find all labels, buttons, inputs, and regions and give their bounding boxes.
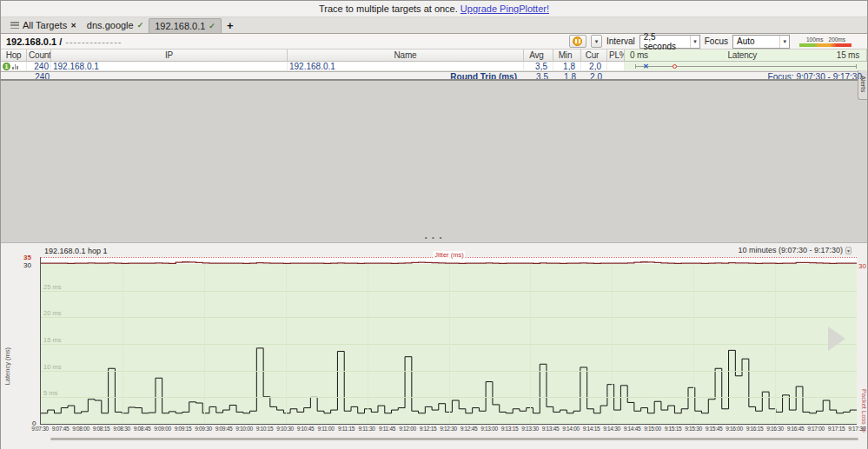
tab-bar: All Targets ✕ dns.google ✓ 192.168.0.1 ✓… — [1, 17, 867, 34]
check-icon: ✓ — [209, 22, 215, 30]
check-icon: ✓ — [137, 21, 144, 30]
hop-cell: 1 — [1, 62, 27, 70]
x-tick-label: 9:08:45 — [132, 426, 153, 432]
round-trip-summary-row: 240 Round Trip (ms) 3,5 1,8 2,0 Focus: 9… — [1, 71, 867, 81]
trace-table: Hop Count IP Name Avg Min Cur PL% 0 ms L… — [1, 50, 867, 81]
ip-cell: 192.168.0.1 — [51, 62, 288, 70]
pause-button[interactable] — [569, 35, 586, 48]
jitter-axis-max: 35 — [23, 254, 31, 261]
x-tick-label: 9:17:00 — [805, 426, 826, 432]
scale-label-100ms: 100ms — [806, 36, 824, 43]
focus-label: Focus — [705, 36, 728, 46]
x-tick-label: 9:09:15 — [173, 426, 194, 432]
upgrade-link[interactable]: Upgrade PingPlotter! — [461, 3, 549, 14]
x-tick-label: 9:14:45 — [622, 426, 643, 432]
x-tick-label: 9:10:00 — [234, 426, 255, 432]
x-tick-label: 9:15:15 — [663, 426, 684, 432]
table-row-hop1[interactable]: 1 240 192.168.0.1 192.168.0.1 3,5 1,8 2,… — [1, 62, 867, 71]
target-summary-band: 192.168.0.1 / -------------- ▾ Interval … — [1, 34, 867, 50]
tab-dns-google[interactable]: dns.google ✓ — [82, 18, 149, 33]
chevron-down-icon: ▾ — [845, 247, 851, 254]
x-tick-label: 9:13:15 — [500, 426, 520, 432]
header-name[interactable]: Name — [288, 50, 524, 61]
scale-label-200ms: 200ms — [829, 36, 846, 43]
x-tick-label: 9:13:30 — [520, 426, 540, 432]
add-tab-button[interactable]: + — [227, 19, 234, 32]
target-dashes: -------------- — [65, 36, 122, 47]
tab-all-targets-label: All Targets — [23, 20, 67, 30]
tab-192-168-0-1[interactable]: 192.168.0.1 ✓ — [149, 18, 222, 33]
x-tick-label: 9:11:45 — [377, 426, 398, 432]
x-tick-label: 9:12:00 — [397, 426, 418, 432]
mini-bars-icon — [12, 63, 18, 69]
x-tick-label: 9:15:45 — [704, 426, 725, 432]
minute-gridline — [449, 264, 450, 424]
header-count[interactable]: Count — [27, 50, 51, 61]
grid-label: 5 ms — [43, 389, 57, 397]
latency-axis-label: Latency (ms) — [3, 347, 11, 385]
timeline-pane: 192.168.0.1 hop 1 10 minutes (9:07:30 - … — [1, 242, 867, 449]
x-tick-label: 9:11:00 — [315, 426, 336, 432]
current-latency-marker-icon: ✕ — [643, 62, 649, 70]
pane-splitter-handle[interactable]: • • • — [1, 235, 867, 242]
x-tick-label: 9:16:00 — [724, 426, 745, 432]
grid-label: 10 ms — [43, 363, 61, 371]
focus-value: Auto — [737, 36, 755, 46]
x-tick-label: 9:14:00 — [560, 426, 581, 432]
latency-axis-max: 30 — [23, 261, 31, 269]
summary-avg-cell: 3,5 — [524, 72, 553, 79]
header-pl[interactable]: PL% — [607, 50, 625, 61]
upgrade-banner: Trace to multiple targets at once. Upgra… — [1, 1, 867, 17]
tab-all-targets[interactable]: All Targets ✕ — [5, 18, 82, 33]
focus-select[interactable]: Auto ▾ — [732, 35, 790, 49]
minute-gridline — [775, 264, 776, 424]
interval-label: Interval — [606, 36, 635, 46]
x-tick-label: 9:16:30 — [765, 426, 785, 432]
jitter-band: Jitter (ms) — [40, 257, 857, 264]
latency-max-scale: 15 ms — [837, 50, 865, 61]
grid-label: 20 ms — [43, 309, 61, 317]
x-tick-label: 9:13:45 — [540, 426, 561, 432]
pause-icon — [573, 36, 582, 46]
x-tick-label: 9:15:30 — [683, 426, 704, 432]
latency-range-cell: ✕ — [625, 62, 867, 70]
hop-number-badge: 1 — [3, 63, 10, 70]
header-hop[interactable]: Hop — [1, 50, 27, 61]
interval-select[interactable]: 2,5 seconds ▾ — [639, 35, 700, 49]
packet-loss-axis-max: 30 — [858, 262, 866, 270]
range-end-tick — [856, 64, 857, 69]
latency-color-scale: 100ms 200ms — [799, 36, 851, 47]
header-min[interactable]: Min — [553, 50, 581, 61]
x-tick-label: 9:10:30 — [275, 426, 295, 432]
scroll-to-live-arrow-icon[interactable] — [828, 327, 845, 351]
x-tick-label: 9:11:15 — [336, 426, 357, 432]
jitter-band-label: Jitter (ms) — [433, 251, 465, 259]
x-tick-label: 9:10:15 — [255, 426, 275, 432]
x-tick-label: 9:17:30 — [846, 426, 867, 432]
x-tick-label: 9:16:15 — [745, 426, 765, 432]
timeline-range-selector[interactable]: 10 minutes (9:07:30 - 9:17:30) ▾ — [738, 246, 851, 254]
header-cur[interactable]: Cur — [581, 50, 607, 61]
list-icon — [10, 22, 19, 29]
header-avg[interactable]: Avg — [524, 50, 553, 61]
pause-dropdown-button[interactable]: ▾ — [591, 35, 602, 48]
header-ip[interactable]: IP — [51, 50, 288, 61]
name-cell: 192.168.0.1 — [288, 62, 524, 70]
grid-label: 25 ms — [43, 283, 61, 291]
close-icon[interactable]: ✕ — [70, 22, 76, 30]
summary-cur-cell: 2,0 — [581, 72, 607, 79]
cur-cell: 2,0 — [581, 62, 607, 70]
pl-cell — [607, 62, 625, 70]
x-tick-label: 9:09:45 — [214, 426, 235, 432]
upgrade-banner-text: Trace to multiple targets at once. — [319, 3, 458, 14]
round-trip-label: Round Trip (ms) — [288, 72, 524, 79]
min-cell: 1,8 — [553, 62, 581, 70]
x-tick-label: 9:08:00 — [70, 426, 91, 432]
x-tick-label: 9:09:00 — [152, 426, 173, 432]
minute-gridline — [123, 264, 123, 424]
minute-gridline — [286, 264, 287, 424]
x-tick-label: 9:12:15 — [418, 426, 439, 432]
timeline-horizontal-scrollbar[interactable] — [50, 438, 858, 440]
latency-plot-area[interactable]: 25 ms20 ms15 ms10 ms5 ms — [40, 264, 857, 425]
grid-label: 15 ms — [43, 336, 61, 344]
